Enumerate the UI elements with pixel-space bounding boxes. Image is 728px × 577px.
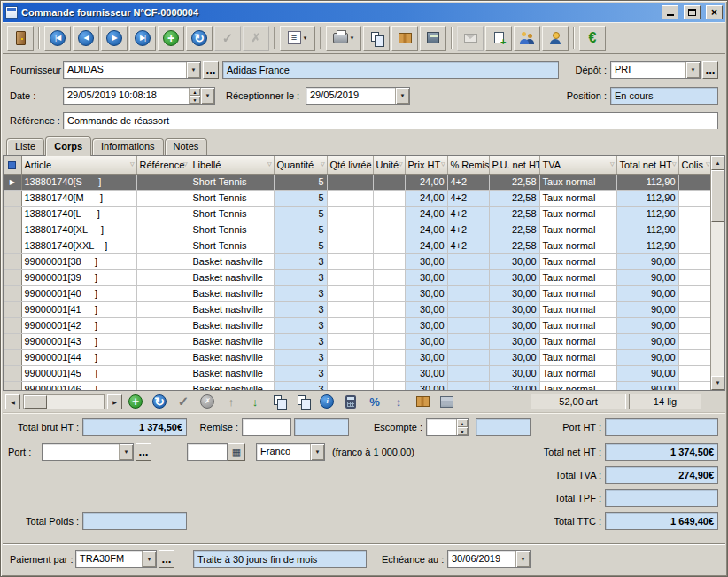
cell-qte_livree[interactable] [327,349,373,365]
cell-colis[interactable] [678,301,712,317]
stock-package-button[interactable] [412,393,433,410]
cell-reference[interactable] [136,206,190,222]
cell-reference[interactable] [136,317,190,333]
cell-pu_net[interactable]: 22,58 [489,190,539,206]
cell-pu_net[interactable]: 30,00 [489,269,539,285]
cell-libelle[interactable]: Basket nashville [190,317,274,333]
cell-prix_ht[interactable]: 30,00 [405,349,447,365]
row-marker-cell[interactable]: ▶ [4,174,21,190]
column-header-qte_livree[interactable]: Qté livrée▽ [327,156,373,174]
cell-pu_net[interactable]: 30,00 [489,301,539,317]
column-header-tva[interactable]: TVA▽ [539,156,616,174]
cell-remise[interactable] [447,381,489,391]
cell-unite[interactable] [373,222,405,238]
cell-article[interactable]: 99000001[43 ] [21,333,136,349]
cell-quantite[interactable]: 3 [274,365,327,381]
cell-qte_livree[interactable] [327,333,373,349]
fournisseur-browse-button[interactable]: ... [203,61,219,79]
next-record-button[interactable]: ▶ [101,26,128,51]
copy-lines-button[interactable] [268,393,290,410]
cell-article[interactable]: 99000001[39 ] [21,269,136,285]
cell-quantite[interactable]: 3 [274,301,327,317]
cell-colis[interactable] [678,238,712,253]
cell-qte_livree[interactable] [327,238,373,253]
cell-article[interactable]: 138801740[L ] [21,206,136,222]
validate-line-button[interactable]: ✓ [173,393,194,410]
cell-pu_net[interactable]: 30,00 [489,381,539,391]
cell-pu_net[interactable]: 30,00 [489,285,539,301]
franco-combo[interactable]: Franco ▼ [256,443,325,461]
cell-qte_livree[interactable] [327,206,373,222]
cell-pu_net[interactable]: 30,00 [489,365,539,381]
cell-article[interactable]: 99000001[41 ] [21,301,136,317]
select-all-header[interactable] [4,156,21,174]
row-marker-cell[interactable] [4,253,21,269]
table-row[interactable]: 99000001[39 ]Basket nashville330,0030,00… [4,269,712,285]
chevron-down-icon[interactable]: ▼ [310,444,324,460]
cell-libelle[interactable]: Short Tennis [190,190,274,206]
table-row[interactable]: 99000001[42 ]Basket nashville330,0030,00… [4,317,712,333]
cell-reference[interactable] [136,174,190,190]
cell-tva[interactable]: Taux normal [539,206,616,222]
cell-quantite[interactable]: 3 [274,253,327,269]
cell-remise[interactable]: 4+2 [447,174,489,190]
chevron-down-icon[interactable]: ▼ [395,88,409,104]
cell-prix_ht[interactable]: 30,00 [405,285,447,301]
cell-colis[interactable] [678,317,712,333]
cell-reference[interactable] [136,301,190,317]
cell-pu_net[interactable]: 30,00 [489,317,539,333]
cell-prix_ht[interactable]: 30,00 [405,381,447,391]
discount-button[interactable]: % [364,393,385,410]
cell-prix_ht[interactable]: 30,00 [405,365,447,381]
cell-tva[interactable]: Taux normal [539,222,616,238]
cell-quantite[interactable]: 5 [274,190,327,206]
cell-tva[interactable]: Taux normal [539,253,616,269]
row-marker-cell[interactable] [4,333,21,349]
cell-total[interactable]: 90,00 [616,301,678,317]
tab-informations[interactable]: Informations [92,138,164,155]
cell-prix_ht[interactable]: 30,00 [405,333,447,349]
cell-colis[interactable] [678,349,712,365]
cell-libelle[interactable]: Basket nashville [190,381,274,391]
reorder-button[interactable]: ↕ [388,393,409,410]
cell-article[interactable]: 99000001[46 ] [21,381,136,391]
cell-prix_ht[interactable]: 24,00 [405,238,447,253]
cell-total[interactable]: 90,00 [616,317,678,333]
cell-quantite[interactable]: 5 [274,238,327,253]
horizontal-scrollbar-thumb[interactable] [24,395,47,409]
cell-qte_livree[interactable] [327,301,373,317]
column-header-prix_ht[interactable]: Prix HT▽ [405,156,447,174]
maximize-button[interactable] [684,5,701,19]
cell-qte_livree[interactable] [327,269,373,285]
cell-article[interactable]: 99000001[42 ] [21,317,136,333]
table-row[interactable]: 99000001[38 ]Basket nashville330,0030,00… [4,253,712,269]
table-row[interactable]: 99000001[43 ]Basket nashville330,0030,00… [4,333,712,349]
row-marker-cell[interactable] [4,190,21,206]
mail-button[interactable] [457,26,484,51]
cancel-line-button[interactable]: ✗ [197,393,218,410]
cell-unite[interactable] [373,285,405,301]
cell-tva[interactable]: Taux normal [539,317,616,333]
cell-tva[interactable]: Taux normal [539,269,616,285]
minimize-button[interactable] [662,5,678,19]
cell-libelle[interactable]: Short Tennis [190,222,274,238]
row-marker-cell[interactable] [4,222,21,238]
row-marker-cell[interactable] [4,238,21,253]
cell-libelle[interactable]: Basket nashville [190,365,274,381]
paste-lines-button[interactable] [292,393,314,410]
column-header-libelle[interactable]: Libellé▽ [190,156,274,174]
row-marker-cell[interactable] [4,301,21,317]
refresh-button[interactable]: ↻ [186,26,213,51]
cell-colis[interactable] [678,381,712,391]
chevron-down-icon[interactable]: ▼ [685,62,700,78]
row-marker-cell[interactable] [4,269,21,285]
port-browse-button[interactable]: ... [136,443,151,461]
date-spinner[interactable]: ▲ ▼ [189,88,200,104]
cell-article[interactable]: 99000001[40 ] [21,285,136,301]
cell-article[interactable]: 99000001[45 ] [21,365,136,381]
exit-button[interactable] [7,26,34,51]
currency-button[interactable]: € [579,26,606,51]
cell-tva[interactable]: Taux normal [539,238,616,253]
chevron-down-icon[interactable]: ▼ [186,62,200,78]
chevron-down-icon[interactable]: ▼ [142,551,156,567]
